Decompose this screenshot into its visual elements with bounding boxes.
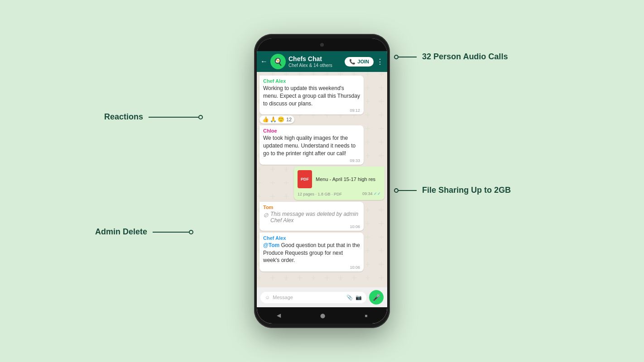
phone-screen: ← 🍳 Chefs Chat Chef Alex & 14 others 📞 J… — [257, 38, 387, 324]
camera-icon[interactable]: 📷 — [356, 295, 362, 300]
deleted-message-text: ⊘ This message was deleted by admin Chef… — [263, 211, 360, 224]
sender-name: Chef Alex — [263, 78, 360, 84]
audio-calls-label: 32 Person Audio Calls — [422, 52, 508, 62]
message-bubble-received: Chloe We took high quality images for th… — [260, 125, 364, 164]
message-placeholder: Message — [273, 295, 344, 300]
reaction-thumbsup: 👍 — [262, 116, 269, 123]
reaction-pray: 🙏 — [270, 116, 277, 123]
pdf-message-bubble: PDF Menu - April 15-17 high res 12 pages… — [294, 167, 384, 200]
admin-delete-annotation: Admin Delete — [95, 227, 193, 237]
message-time: 09:34 ✓✓ — [362, 191, 381, 196]
phone-device: ← 🍳 Chefs Chat Chef Alex & 14 others 📞 J… — [254, 34, 390, 328]
reactions-dot — [198, 115, 203, 119]
message-text: Working to update this weekend's menu. E… — [263, 85, 360, 107]
group-name: Chefs Chat — [288, 55, 342, 63]
reactions-line — [149, 117, 198, 118]
nav-back-button[interactable]: ◀ — [277, 312, 281, 319]
audio-calls-line — [399, 57, 417, 57]
deleted-message-bubble: Tom ⊘ This message was deleted by admin … — [260, 202, 364, 231]
list-item: Chef Alex Working to update this weekend… — [260, 76, 364, 124]
pdf-meta: 12 pages · 1.8 GB · PDF — [298, 192, 342, 196]
chat-header[interactable]: ← 🍳 Chefs Chat Chef Alex & 14 others 📞 J… — [257, 51, 387, 72]
chat-area: Chef Alex Working to update this weekend… — [257, 72, 387, 287]
file-sharing-annotation: File Sharing Up to 2GB — [394, 186, 511, 195]
message-time: 10:06 — [263, 265, 360, 270]
mic-button[interactable]: 🎤 — [369, 290, 384, 305]
pdf-icon: PDF — [298, 170, 312, 188]
group-members: Chef Alex & 14 others — [288, 63, 342, 68]
pdf-row: PDF Menu - April 15-17 high res — [298, 170, 381, 188]
nav-square-button[interactable]: ■ — [365, 313, 367, 318]
file-sharing-dot — [394, 188, 399, 193]
audio-calls-dot — [394, 55, 399, 59]
menu-dots-icon[interactable]: ⋮ — [376, 57, 384, 66]
file-sharing-label: File Sharing Up to 2GB — [422, 186, 511, 195]
audio-calls-annotation: 32 Person Audio Calls — [394, 52, 508, 62]
file-sharing-line — [399, 190, 417, 191]
phone-top-bar — [257, 38, 387, 51]
input-bar: ☺ Message 📎 📷 🎤 — [257, 287, 387, 307]
bottom-nav: ◀ ⬤ ■ — [257, 307, 387, 324]
mention-tag: @Tom — [263, 242, 279, 248]
reply-message-bubble: Chef Alex @Tom Good question but put tha… — [260, 233, 364, 272]
list-item: PDF Menu - April 15-17 high res 12 pages… — [294, 167, 384, 200]
reaction-smile: 🙂 — [278, 116, 284, 123]
admin-delete-label: Admin Delete — [95, 227, 147, 237]
phone-icon: 📞 — [349, 59, 356, 65]
message-bubble-received: Chef Alex Working to update this weekend… — [260, 76, 364, 114]
reaction-count: 12 — [286, 117, 292, 122]
camera-dot — [320, 43, 324, 47]
admin-delete-line — [153, 232, 189, 233]
list-item: Chef Alex @Tom Good question but put tha… — [260, 233, 364, 272]
list-item: Chloe We took high quality images for th… — [260, 125, 364, 164]
group-avatar: 🍳 — [270, 54, 286, 69]
emoji-icon[interactable]: ☺ — [265, 295, 270, 300]
deleted-icon: ⊘ — [263, 211, 269, 219]
message-input-field[interactable]: ☺ Message 📎 📷 — [260, 292, 366, 303]
admin-delete-dot — [189, 230, 193, 234]
message-time: 09:33 — [263, 158, 360, 163]
sender-name: Chef Alex — [263, 235, 360, 241]
pdf-title: Menu - April 15-17 high res — [316, 176, 375, 182]
join-button[interactable]: 📞 JOIN — [345, 57, 374, 67]
message-time: 09:12 — [263, 108, 360, 113]
reactions-annotation: Reactions — [104, 112, 203, 122]
nav-home-button[interactable]: ⬤ — [320, 313, 325, 318]
reactions-row: 👍 🙏 🙂 12 — [260, 115, 294, 124]
message-text: @Tom Good question but put that in the P… — [263, 242, 360, 264]
header-info: Chefs Chat Chef Alex & 14 others — [288, 55, 342, 68]
message-text: We took high quality images for the upda… — [263, 134, 360, 157]
list-item: Tom ⊘ This message was deleted by admin … — [260, 202, 364, 231]
pdf-info: Menu - April 15-17 high res — [316, 176, 375, 182]
sender-name: Chloe — [263, 128, 360, 133]
attach-icon[interactable]: 📎 — [346, 295, 353, 300]
reactions-label: Reactions — [104, 112, 143, 122]
back-icon[interactable]: ← — [260, 57, 268, 66]
message-time: 10:06 — [263, 224, 360, 229]
sender-name: Tom — [263, 205, 360, 210]
